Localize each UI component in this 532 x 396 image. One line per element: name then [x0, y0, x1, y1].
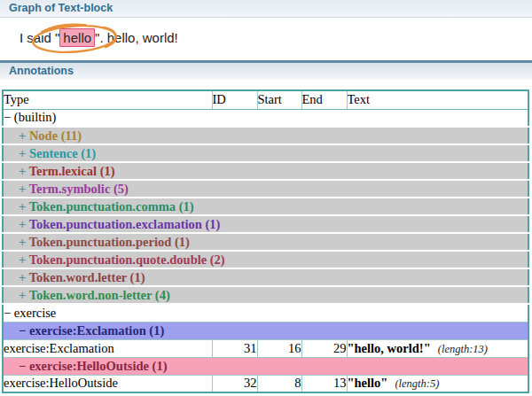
- type-group-label: Term.symbolic (5): [29, 182, 129, 196]
- sentence-text: I said "hello". hello, world!: [20, 30, 532, 45]
- group-row-cell: + Term.symbolic (5): [3, 180, 528, 198]
- annotations-section-header: Annotations: [0, 60, 532, 80]
- sentence-pre: I said ": [20, 30, 59, 45]
- collapse-toggle-icon[interactable]: −: [19, 359, 29, 373]
- annotation-end-cell: 13: [301, 375, 347, 392]
- type-group-row[interactable]: + Token.punctuation.period (1): [3, 233, 528, 251]
- graph-section-header: Graph of Text-block: [0, 0, 532, 18]
- annotation-data-row[interactable]: exercise:Exclamation311629"hello, world!…: [3, 339, 528, 357]
- header-cell-text: Text: [347, 90, 528, 109]
- sentence-post: ". hello, world!: [95, 30, 178, 45]
- type-group-label: Token.punctuation.exclamation (1): [29, 217, 221, 231]
- type-group-row-highlighted[interactable]: − exercise:HelloOutside (1): [3, 357, 528, 375]
- annotation-id-cell: 31: [212, 339, 257, 357]
- hello-annotation-highlight: hello: [59, 28, 95, 47]
- annotation-data-row[interactable]: exercise:HelloOutside32813"hello"(length…: [3, 375, 528, 392]
- annotation-text-cell: "hello"(length:5): [347, 375, 528, 392]
- type-group-label: Token.punctuation.comma (1): [29, 199, 194, 214]
- annotation-covered-text: "hello, world!": [348, 341, 431, 355]
- type-group-label: exercise:HelloOutside (1): [29, 359, 168, 373]
- type-group-row[interactable]: + Token.word.letter (1): [3, 268, 528, 286]
- expand-toggle-icon[interactable]: +: [19, 182, 29, 196]
- graph-panel: I said "hello". hello, world!: [0, 18, 532, 60]
- type-group-label: Token.punctuation.period (1): [29, 235, 190, 249]
- annotation-type-cell: exercise:Exclamation: [3, 339, 212, 357]
- header-cell-end: End: [301, 90, 347, 109]
- group-row-cell: + Term.lexical (1): [3, 162, 528, 180]
- annotation-text-cell: "hello, world!"(length:13): [347, 339, 528, 357]
- type-group-label: Token.word.letter (1): [29, 270, 145, 284]
- collapse-toggle-icon[interactable]: −: [4, 110, 14, 124]
- group-row-cell: − exercise:Exclamation (1): [3, 322, 528, 339]
- expand-toggle-icon[interactable]: +: [19, 128, 29, 143]
- group-row-cell: − exercise: [3, 304, 528, 322]
- expand-toggle-icon[interactable]: +: [19, 164, 29, 178]
- annotation-length-note: (length:13): [431, 343, 488, 355]
- type-group-row-highlighted[interactable]: − exercise:Exclamation (1): [3, 322, 528, 339]
- collapse-toggle-icon[interactable]: −: [4, 306, 14, 320]
- annotations-table-container: Type ID Start End Text − (builtin)+ Node…: [2, 89, 532, 393]
- group-row-cell: + Sentence (1): [3, 144, 528, 162]
- annotations-table: Type ID Start End Text − (builtin)+ Node…: [2, 89, 529, 393]
- group-row-cell: + Node (11): [3, 127, 528, 144]
- type-group-label: Node (11): [29, 128, 82, 143]
- annotation-covered-text: "hello": [348, 376, 388, 390]
- type-group-row[interactable]: + Token.punctuation.comma (1): [3, 198, 528, 215]
- annotation-id-cell: 32: [212, 375, 257, 392]
- annotation-length-note: (length:5): [387, 377, 439, 390]
- group-row-cell: + Token.punctuation.comma (1): [3, 198, 528, 215]
- group-row-cell: + Token.punctuation.period (1): [3, 233, 528, 251]
- type-group-row[interactable]: + Token.word.non-letter (4): [3, 286, 528, 304]
- type-group-label: exercise:Exclamation (1): [29, 323, 164, 338]
- collapse-toggle-icon[interactable]: −: [19, 323, 29, 338]
- group-row-cell: + Token.punctuation.quote.double (2): [3, 251, 528, 268]
- type-group-row[interactable]: + Sentence (1): [3, 144, 528, 162]
- annotation-type-cell: exercise:HelloOutside: [3, 375, 212, 392]
- annotation-end-cell: 29: [301, 339, 347, 357]
- namespace-row[interactable]: − (builtin): [3, 109, 528, 127]
- type-group-label: exercise: [14, 306, 57, 320]
- expand-toggle-icon[interactable]: +: [19, 252, 29, 267]
- annotations-section-title: Annotations: [9, 65, 74, 77]
- expand-toggle-icon[interactable]: +: [19, 235, 29, 249]
- table-header-row: Type ID Start End Text: [3, 90, 528, 109]
- group-row-cell: + Token.word.non-letter (4): [3, 286, 528, 304]
- type-group-label: Token.word.non-letter (4): [29, 288, 170, 302]
- header-cell-type: Type: [3, 90, 212, 109]
- annotations-table-body: − (builtin)+ Node (11)+ Sentence (1)+ Te…: [3, 109, 528, 392]
- header-cell-start: Start: [257, 90, 301, 109]
- type-group-row[interactable]: + Term.lexical (1): [3, 162, 528, 180]
- expand-toggle-icon[interactable]: +: [19, 270, 29, 284]
- type-group-label: Term.lexical (1): [29, 164, 115, 178]
- type-group-label: (builtin): [14, 110, 57, 124]
- namespace-row[interactable]: − exercise: [3, 304, 528, 322]
- expand-toggle-icon[interactable]: +: [19, 217, 29, 231]
- type-group-row[interactable]: + Node (11): [3, 127, 528, 144]
- graph-section-title: Graph of Text-block: [9, 2, 113, 14]
- group-row-cell: − exercise:HelloOutside (1): [3, 357, 528, 375]
- type-group-label: Token.punctuation.quote.double (2): [29, 252, 225, 267]
- annotation-start-cell: 16: [257, 339, 301, 357]
- header-cell-id: ID: [212, 90, 257, 109]
- expand-toggle-icon[interactable]: +: [19, 288, 29, 302]
- expand-toggle-icon[interactable]: +: [19, 146, 29, 160]
- group-row-cell: − (builtin): [3, 109, 528, 127]
- group-row-cell: + Token.word.letter (1): [3, 268, 528, 286]
- type-group-row[interactable]: + Token.punctuation.quote.double (2): [3, 251, 528, 268]
- type-group-row[interactable]: + Term.symbolic (5): [3, 180, 528, 198]
- type-group-row[interactable]: + Token.punctuation.exclamation (1): [3, 215, 528, 233]
- annotation-start-cell: 8: [257, 375, 301, 392]
- group-row-cell: + Token.punctuation.exclamation (1): [3, 215, 528, 233]
- type-group-label: Sentence (1): [29, 146, 96, 160]
- expand-toggle-icon[interactable]: +: [19, 199, 29, 214]
